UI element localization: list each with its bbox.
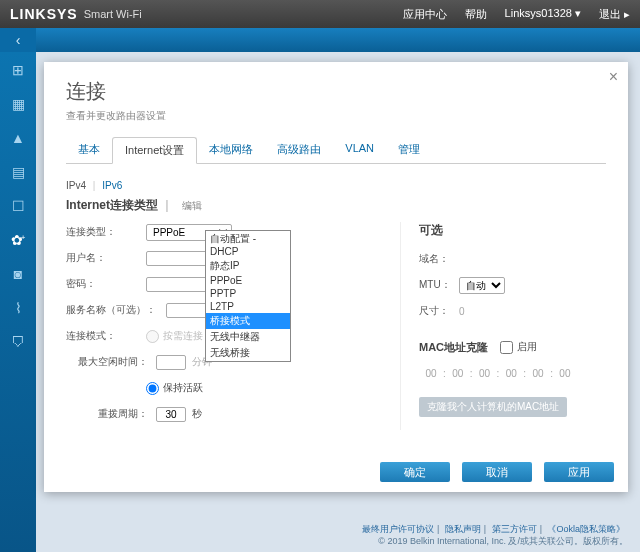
footer-privacy[interactable]: 隐私声明 xyxy=(445,524,481,534)
settings-icon[interactable]: ✿ xyxy=(10,232,26,248)
label-mtu: MTU： xyxy=(419,278,459,292)
optional-title: 可选 xyxy=(419,222,606,239)
tab-advanced[interactable]: 高级路由 xyxy=(265,137,333,163)
option-wbridge[interactable]: 无线桥接 xyxy=(206,345,290,361)
ok-button[interactable]: 确定 xyxy=(380,462,450,482)
calendar-icon[interactable]: ▦ xyxy=(10,96,26,112)
shield-icon[interactable]: ⛉ xyxy=(10,334,26,350)
footer-eula[interactable]: 最终用户许可协议 xyxy=(362,524,434,534)
label-type: 连接类型： xyxy=(66,225,146,239)
label-idle: 最大空闲时间： xyxy=(66,355,156,369)
right-column: 可选 域名： MTU： 自动 尺寸： 0 MAC地址克隆 启用 00: 00: xyxy=(400,222,606,430)
top-nav: 应用中心 帮助 Linksys01328 ▾ 退出 ▸ xyxy=(403,7,630,22)
modal-buttons: 确定 取消 应用 xyxy=(380,462,614,482)
tab-vlan[interactable]: VLAN xyxy=(333,137,386,163)
option-pppoe[interactable]: PPPoE xyxy=(206,274,290,287)
option-l2tp[interactable]: L2TP xyxy=(206,300,290,313)
storage-icon[interactable]: ☐ xyxy=(10,198,26,214)
option-bridge[interactable]: 桥接模式 xyxy=(206,313,290,329)
radio-ondemand xyxy=(146,330,159,343)
tab-ipv4[interactable]: IPv4 xyxy=(66,180,86,191)
modal-subtitle: 查看并更改路由器设置 xyxy=(66,109,606,123)
top-bar: LINKSYS Smart Wi-Fi 应用中心 帮助 Linksys01328… xyxy=(0,0,640,28)
alert-icon[interactable]: ▲ xyxy=(10,130,26,146)
nav-help[interactable]: 帮助 xyxy=(465,7,487,22)
label-service: 服务名称（可选）： xyxy=(66,303,166,317)
sidebar: ⊞ ▦ ▲ ▤ ☐ ✿ ◙ ⌇ ⛉ xyxy=(0,52,36,552)
logo: LINKSYS xyxy=(10,6,78,22)
cancel-button[interactable]: 取消 xyxy=(462,462,532,482)
input-idle xyxy=(156,355,186,370)
modal-title: 连接 xyxy=(66,78,606,105)
camera-icon[interactable]: ◙ xyxy=(10,266,26,282)
nav-appcenter[interactable]: 应用中心 xyxy=(403,7,447,22)
select-mtu[interactable]: 自动 xyxy=(459,277,505,294)
media-icon[interactable]: ▤ xyxy=(10,164,26,180)
mac-address: 00: 00: 00: 00: 00: 00 xyxy=(419,363,606,383)
radio-keepalive[interactable] xyxy=(146,382,159,395)
label-domain: 域名： xyxy=(419,252,459,266)
settings-modal: × 连接 查看并更改路由器设置 基本 Internet设置 本地网络 高级路由 … xyxy=(44,62,628,492)
tab-manage[interactable]: 管理 xyxy=(386,137,432,163)
tab-basic[interactable]: 基本 xyxy=(66,137,112,163)
label-connmode: 连接模式： xyxy=(66,329,146,343)
checkbox-mac-enable[interactable] xyxy=(500,341,513,354)
option-repeater[interactable]: 无线中继器 xyxy=(206,329,290,345)
input-redial[interactable] xyxy=(156,407,186,422)
connection-type-dropdown[interactable]: 自动配置 - DHCP 静态IP PPPoE PPTP L2TP 桥接模式 无线… xyxy=(205,230,291,362)
footer-thirdparty[interactable]: 第三方许可 xyxy=(492,524,537,534)
tab-ipv6[interactable]: IPv6 xyxy=(102,180,122,191)
wifi-icon[interactable]: ⌇ xyxy=(10,300,26,316)
mac-clone-title: MAC地址克隆 xyxy=(419,340,488,355)
section-title: Internet连接类型 | 编辑 xyxy=(44,195,628,216)
edit-link[interactable]: 编辑 xyxy=(182,200,202,211)
nav-device[interactable]: Linksys01328 ▾ xyxy=(505,7,581,22)
label-password: 密码： xyxy=(66,277,146,291)
option-dhcp[interactable]: 自动配置 - DHCP xyxy=(206,231,290,258)
label-size: 尺寸： xyxy=(419,304,459,318)
page-footer: 最终用户许可协议| 隐私声明| 第三方许可| 《Ookla隐私策略》 © 201… xyxy=(359,523,628,548)
clone-mac-button: 克隆我个人计算机的MAC地址 xyxy=(419,397,567,417)
tabs: 基本 Internet设置 本地网络 高级路由 VLAN 管理 xyxy=(66,137,606,164)
back-button[interactable]: ‹ xyxy=(0,28,36,52)
devices-icon[interactable]: ⊞ xyxy=(10,62,26,78)
nav-logout[interactable]: 退出 ▸ xyxy=(599,7,630,22)
option-pptp[interactable]: PPTP xyxy=(206,287,290,300)
label-username: 用户名： xyxy=(66,251,146,265)
footer-ookla[interactable]: 《Ookla隐私策略》 xyxy=(547,524,625,534)
tab-local[interactable]: 本地网络 xyxy=(197,137,265,163)
close-button[interactable]: × xyxy=(609,68,618,86)
logo-subtitle: Smart Wi-Fi xyxy=(84,8,142,20)
tab-internet[interactable]: Internet设置 xyxy=(112,137,197,164)
breadcrumb-bar: ‹ xyxy=(0,28,640,52)
option-static[interactable]: 静态IP xyxy=(206,258,290,274)
ip-tabs: IPv4 | IPv6 xyxy=(44,172,628,195)
apply-button[interactable]: 应用 xyxy=(544,462,614,482)
footer-copyright: © 2019 Belkin International, Inc. 及/或其关联… xyxy=(359,535,628,548)
label-redial: 重拨周期： xyxy=(66,407,156,421)
